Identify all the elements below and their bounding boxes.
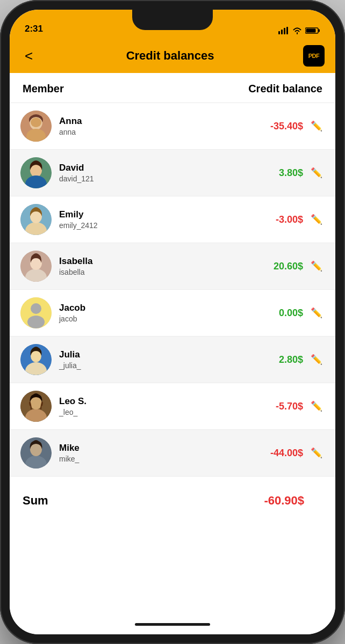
status-time: 2:31 <box>25 24 43 34</box>
status-icons <box>278 27 320 34</box>
member-info: Isabella isabella <box>52 255 255 277</box>
avatar <box>20 111 52 142</box>
julia-avatar-svg <box>20 344 52 375</box>
phone-screen: 2:31 <box>10 10 335 634</box>
sum-label: Sum <box>23 494 48 508</box>
pdf-button[interactable]: PDF <box>303 45 325 67</box>
emily-avatar-svg <box>20 204 52 235</box>
edit-button[interactable]: ✏️ <box>308 258 325 274</box>
leo-avatar-svg <box>20 391 52 422</box>
pdf-label: PDF <box>308 53 320 59</box>
member-username: _julia_ <box>59 361 255 370</box>
wifi-icon <box>292 27 302 34</box>
home-indicator <box>10 614 335 634</box>
avatar <box>20 297 52 328</box>
member-info: Julia _julia_ <box>52 349 255 370</box>
page-title: Credit balances <box>126 49 214 63</box>
content-area: Member Credit balance <box>10 73 335 614</box>
member-balance: 0.00$ <box>255 308 303 319</box>
member-username: david_121 <box>59 174 255 184</box>
member-username: emily_2412 <box>59 221 255 230</box>
column-credit: Credit balance <box>248 83 322 95</box>
mike-avatar-svg <box>20 437 52 469</box>
member-info: Emily emily_2412 <box>52 209 255 230</box>
member-name: Isabella <box>59 255 255 267</box>
edit-button[interactable]: ✏️ <box>308 211 325 228</box>
avatar <box>20 157 52 188</box>
jacob-avatar-svg <box>20 297 52 328</box>
member-name: Anna <box>59 115 255 127</box>
svg-rect-1 <box>281 30 283 34</box>
svg-point-22 <box>27 316 45 328</box>
member-balance: -5.70$ <box>255 401 303 412</box>
member-username: _leo_ <box>59 407 255 417</box>
member-name: Mike <box>59 442 255 454</box>
edit-button[interactable]: ✏️ <box>308 165 325 181</box>
battery-icon <box>305 27 320 34</box>
member-balance: 3.80$ <box>255 167 303 179</box>
member-info: David david_121 <box>52 162 255 184</box>
svg-rect-6 <box>306 29 316 33</box>
table-row: Isabella isabella 20.60$ ✏️ <box>10 243 335 290</box>
sum-value: -60.90$ <box>264 494 304 508</box>
edit-button[interactable]: ✏️ <box>308 352 325 368</box>
member-info: Mike mike_ <box>52 442 255 464</box>
member-username: isabella <box>59 267 255 277</box>
signal-icon <box>278 27 289 34</box>
back-button[interactable]: < <box>20 46 37 67</box>
member-username: mike_ <box>59 454 255 464</box>
member-balance: 2.80$ <box>255 354 303 365</box>
edit-button[interactable]: ✏️ <box>308 118 325 134</box>
member-name: Emily <box>59 209 255 221</box>
member-username: anna <box>59 127 255 137</box>
member-name: Jacob <box>59 302 255 314</box>
phone-frame: 2:31 <box>0 0 345 644</box>
edit-button[interactable]: ✏️ <box>308 445 325 461</box>
svg-rect-3 <box>286 27 288 34</box>
avatar <box>20 344 52 375</box>
anna-avatar-svg <box>20 111 52 142</box>
table-row: Anna anna -35.40$ ✏️ <box>10 103 335 150</box>
edit-button[interactable]: ✏️ <box>308 305 325 321</box>
member-info: Anna anna <box>52 115 255 137</box>
avatar <box>20 437 52 469</box>
svg-rect-0 <box>278 31 280 34</box>
notch <box>132 10 213 30</box>
member-balance: -44.00$ <box>255 448 303 459</box>
column-member: Member <box>23 83 64 95</box>
table-row: Mike mike_ -44.00$ ✏️ <box>10 430 335 477</box>
member-balance: -3.00$ <box>255 214 303 225</box>
table-row: Emily emily_2412 -3.00$ ✏️ <box>10 196 335 243</box>
member-info: Leo S. _leo_ <box>52 396 255 417</box>
member-info: Jacob jacob <box>52 302 255 324</box>
avatar <box>20 391 52 422</box>
isabella-avatar-svg <box>20 251 52 282</box>
home-bar <box>135 623 210 626</box>
svg-rect-2 <box>284 28 285 34</box>
avatar <box>20 204 52 235</box>
table-header: Member Credit balance <box>10 73 335 103</box>
table-row: Julia _julia_ 2.80$ ✏️ <box>10 336 335 383</box>
member-username: jacob <box>59 314 255 324</box>
david-avatar-svg <box>20 157 52 188</box>
edit-button[interactable]: ✏️ <box>308 398 325 414</box>
app-header: < Credit balances PDF <box>10 39 335 73</box>
avatar <box>20 251 52 282</box>
member-name: David <box>59 162 255 174</box>
sum-row: Sum -60.90$ <box>10 481 335 521</box>
table-row: David david_121 3.80$ ✏️ <box>10 150 335 196</box>
svg-point-21 <box>31 303 41 314</box>
svg-rect-5 <box>319 30 320 32</box>
member-name: Leo S. <box>59 396 255 407</box>
svg-point-9 <box>31 118 41 127</box>
table-row: Leo S. _leo_ -5.70$ ✏️ <box>10 383 335 430</box>
member-name: Julia <box>59 349 255 361</box>
member-balance: 20.60$ <box>255 261 303 272</box>
member-balance: -35.40$ <box>255 121 303 132</box>
table-row: Jacob jacob 0.00$ ✏️ <box>10 290 335 336</box>
